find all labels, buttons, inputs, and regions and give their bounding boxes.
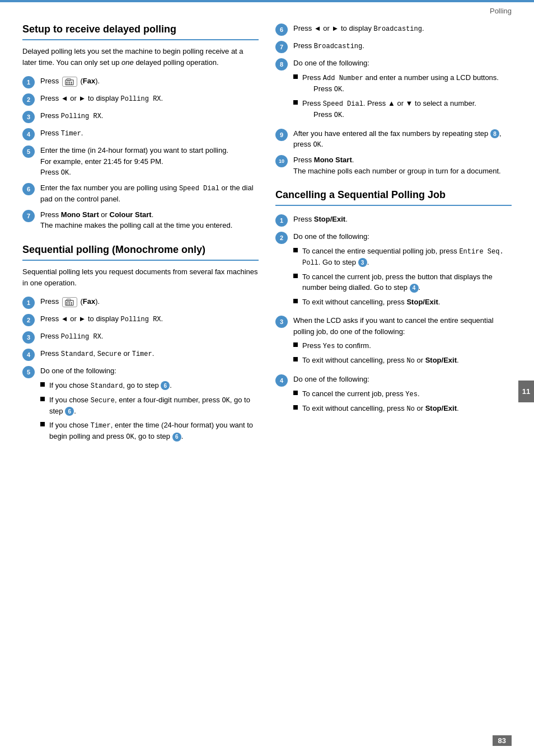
list-item: If you chose Standard, go to step 6.	[40, 380, 259, 391]
step-item: 3 Press Polling RX.	[22, 331, 259, 344]
step-circle: 3	[275, 316, 288, 328]
sub-list-text: To cancel the current job, press Yes.	[302, 388, 512, 400]
step-circle: 5	[22, 145, 35, 158]
step-circle: 5	[22, 366, 35, 378]
step-item: 4 Do one of the following: To cancel the…	[275, 374, 512, 417]
step-content: Enter the time (in 24-hour format) you w…	[40, 145, 259, 178]
step-circle: 9	[275, 129, 288, 141]
list-item: To cancel the current job, press Yes.	[293, 388, 512, 400]
step-circle: 7	[275, 41, 288, 53]
page: Polling Setup to receive delayed polling…	[0, 0, 534, 756]
step-content: Press Timer.	[40, 128, 259, 139]
list-item: To exit without cancelling, press No or …	[293, 355, 512, 366]
section1-heading: Setup to receive delayed polling	[22, 23, 259, 40]
step-content: When the LCD asks if you want to cancel …	[293, 315, 512, 369]
fax-button-icon	[62, 77, 77, 87]
sub-list-text: To exit without cancelling, press Stop/E…	[302, 297, 512, 308]
bullet-icon	[293, 274, 298, 278]
page-number: 83	[493, 735, 512, 746]
step-circle: 7	[22, 210, 35, 222]
step-item: 7 Press Broadcasting.	[275, 40, 512, 53]
list-item: If you chose Secure, enter a four-digit …	[40, 395, 259, 417]
list-item: To exit without cancelling, press Stop/E…	[293, 297, 512, 308]
bullet-icon	[293, 100, 298, 105]
sub-list-text: If you chose Secure, enter a four-digit …	[49, 395, 259, 417]
step-circle: 4	[22, 349, 35, 361]
step-content: Press Mono Start. The machine polls each…	[293, 154, 512, 176]
sub-list-text: To cancel the current job, press the but…	[302, 271, 512, 293]
step-item: 8 Do one of the following: Press Add Num…	[275, 58, 512, 124]
step-circle: 3	[22, 331, 35, 344]
step-item: 9 After you have entered all the fax num…	[275, 128, 512, 151]
fax-button-icon	[62, 297, 77, 307]
sub-list-text: If you chose Timer, enter the time (24-h…	[49, 420, 259, 442]
step-circle: 2	[22, 314, 35, 326]
sub-list-text: Press Speed Dial. Press ▲ or ▼ to select…	[302, 98, 512, 120]
step-item: 1 Press	[22, 76, 259, 88]
step-item: 3 Press Polling RX.	[22, 110, 259, 123]
svg-rect-3	[68, 82, 69, 83]
section1-steps: 1 Press	[22, 76, 259, 231]
step-item: 6 Enter the fax number you are polling u…	[22, 182, 259, 205]
step-item: 5 Do one of the following: If you chose …	[22, 365, 259, 445]
list-item: To cancel the entire sequential polling …	[293, 246, 512, 268]
sub-list-text: If you chose Standard, go to step 6.	[49, 380, 259, 391]
step-content: Press Mono Start or Colour Start. The ma…	[40, 209, 259, 231]
step-circle: 10	[275, 155, 288, 167]
step-circle: 6	[22, 183, 35, 195]
step-item: 7 Press Mono Start or Colour Start. The …	[22, 209, 259, 231]
step-item: 5 Enter the time (in 24-hour format) you…	[22, 145, 259, 178]
step-content: Press ◄ or ► to display Polling RX.	[40, 313, 259, 325]
list-item: Press Speed Dial. Press ▲ or ▼ to select…	[293, 98, 512, 120]
step-content: Press Polling RX.	[40, 331, 259, 342]
step-circle: 2	[275, 232, 288, 244]
step-item: 10 Press Mono Start. The machine polls e…	[275, 154, 512, 176]
step-item: 3 When the LCD asks if you want to cance…	[275, 315, 512, 369]
step4c-sublist: To cancel the current job, press Yes. To…	[293, 388, 512, 414]
step-item: 1 Press	[22, 296, 259, 309]
step-content: Press	[40, 76, 259, 87]
bullet-icon	[293, 74, 298, 79]
step-circle: 1	[22, 297, 35, 309]
svg-rect-15	[71, 304, 72, 305]
cancelling-steps: 1 Press Stop/Exit. 2 Do one of the follo…	[275, 214, 512, 417]
sub-list-text: To exit without cancelling, press No or …	[302, 355, 512, 366]
bullet-icon	[293, 342, 298, 347]
step-circle: 2	[22, 93, 35, 106]
step-ref-circle: 6	[65, 407, 74, 416]
step-circle: 6	[275, 24, 288, 36]
section-sequential-polling: Sequential polling (Monochrome only) Seq…	[22, 243, 259, 445]
sub-list-text: Press Yes to confirm.	[302, 340, 512, 351]
fax-svg	[65, 298, 74, 306]
svg-rect-2	[66, 82, 67, 83]
header: Polling	[0, 2, 534, 17]
main-content: Setup to receive delayed polling Delayed…	[0, 17, 534, 461]
step-content: Do one of the following: To cancel the c…	[293, 374, 512, 417]
bullet-icon	[40, 382, 45, 387]
step3c-sublist: Press Yes to confirm. To exit without ca…	[293, 340, 512, 366]
section-cancelling-heading: Cancelling a Sequential Polling Job	[275, 189, 512, 206]
step2c-sublist: To cancel the entire sequential polling …	[293, 246, 512, 308]
step-ref-circle: 6	[161, 381, 170, 390]
header-title: Polling	[490, 7, 512, 15]
step-content: After you have entered all the fax numbe…	[293, 128, 512, 151]
step-content: Press ◄ or ► to display Polling RX.	[40, 93, 259, 104]
bullet-icon	[40, 422, 45, 426]
step-circle: 4	[275, 374, 288, 387]
page-number-area: 83	[493, 735, 512, 746]
bullet-icon	[293, 405, 298, 410]
right-section1-steps: 6 Press ◄ or ► to display Broadcasting. …	[275, 23, 512, 176]
step-ref-circle: 8	[490, 129, 499, 138]
list-item: Press Add Number and enter a number usin…	[293, 72, 512, 95]
bullet-icon	[293, 391, 298, 395]
list-item: Press Yes to confirm.	[293, 340, 512, 351]
bullet-icon	[40, 397, 45, 401]
section2-steps: 1 Press	[22, 296, 259, 445]
section2-intro: Sequential polling lets you request docu…	[22, 266, 259, 288]
step-content: Do one of the following: To cancel the e…	[293, 231, 512, 311]
step-ref-circle: 3	[358, 258, 367, 267]
step-item: 2 Press ◄ or ► to display Polling RX.	[22, 313, 259, 326]
step-content: Enter the fax number you are polling usi…	[40, 182, 259, 205]
step-circle: 4	[22, 128, 35, 140]
step-item: 6 Press ◄ or ► to display Broadcasting.	[275, 23, 512, 36]
